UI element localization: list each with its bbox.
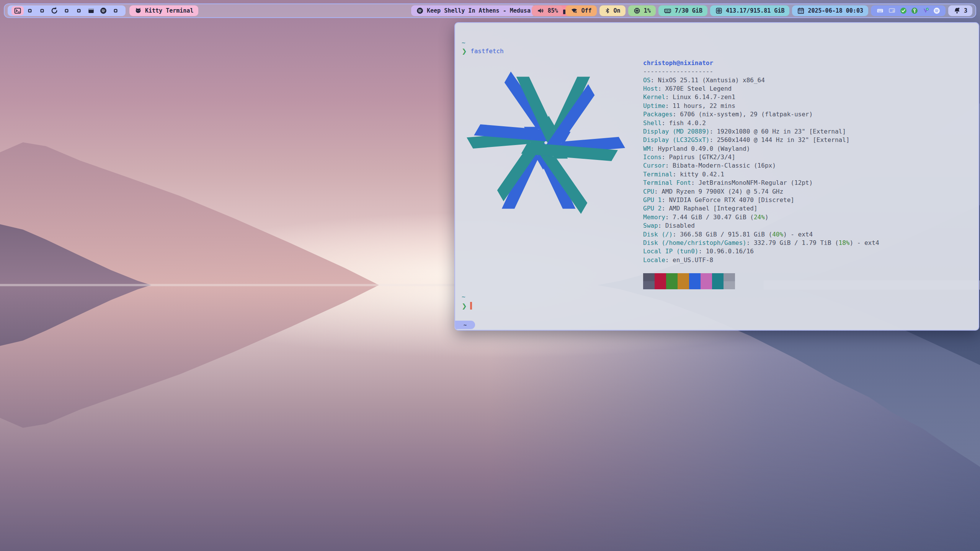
volume-module[interactable]: 85% [532,5,563,16]
prompt-cwd: ~ [462,293,466,300]
fastfetch-entry: Disk (/home/christoph/Games): 332.79 GiB… [643,239,879,248]
network-module[interactable]: Off [565,5,596,16]
palette-swatch [666,273,678,281]
fastfetch-entry: CPU: AMD Ryzen 9 7900X (24) @ 5.74 GHz [643,188,879,196]
fastfetch-output: christoph@nixinator ------------------- … [462,59,971,289]
terminal-tab-bar: ~ [455,320,978,330]
palette-swatch [724,273,735,281]
active-window-button[interactable]: Kitty Terminal [129,5,198,16]
text-cursor [470,302,472,310]
disk-icon [715,7,723,15]
terminal-tab[interactable]: ~ [455,321,475,329]
active-window-label: Kitty Terminal [145,7,193,14]
palette-swatch [701,281,712,289]
command-text: fastfetch [470,47,504,55]
palette-swatch [712,273,724,281]
fastfetch-entry: Host: X670E Steel Legend [643,85,879,93]
memory-module[interactable]: 7/30 GiB [658,5,707,16]
spotify-icon [100,7,107,15]
spotify-light-icon[interactable] [933,7,941,15]
fastfetch-separator: ------------------- [643,68,713,75]
palette-swatch [643,273,655,281]
fastfetch-entry: Display (MD 20889): 1920x1080 @ 60 Hz in… [643,128,879,136]
bluetooth-module[interactable]: On [599,5,626,16]
workspace-4-firefox[interactable] [48,6,60,15]
keyboard-icon[interactable] [876,7,884,14]
prompt-cwd: ~ [462,39,466,46]
system-tray [871,5,946,16]
workspaces-module [8,5,126,16]
palette-swatch [724,281,735,289]
screenshot-icon[interactable] [888,7,896,14]
fastfetch-entry: Memory: 7.44 GiB / 30.47 GiB (24%) [643,214,879,222]
fastfetch-info: christoph@nixinator ------------------- … [643,59,879,289]
now-playing-module[interactable]: Keep Shelly In Athens - Medusa [411,5,536,16]
bar-left-modules: Kitty Terminal [8,5,198,16]
window-icon [87,7,95,14]
square-icon [26,7,33,14]
status-bar: Kitty Terminal Keep Shelly In Athens - M… [4,3,976,18]
calendar-icon [797,7,805,15]
workspace-8-spotify[interactable] [97,6,109,15]
workspace-3-square[interactable] [36,6,48,15]
palette-swatch [678,273,689,281]
fastfetch-title: christoph@nixinator [643,59,713,67]
check-circle-icon[interactable] [900,7,907,15]
fastfetch-entry: Local IP (tun0): 10.96.0.16/16 [643,248,879,256]
cat-icon [134,7,142,15]
wifi-off-icon [570,7,578,15]
terminal-content[interactable]: ~ ❯ fastfetch christoph@nixinator [455,23,978,330]
cpu-chip-icon [633,7,641,15]
workspace-7-window[interactable] [85,6,97,15]
bluetooth-icon [604,7,611,15]
terminal-tab-label: ~ [464,322,467,328]
fastfetch-entry: Terminal: kitty 0.42.1 [643,171,879,179]
speaker-icon [537,7,544,15]
disk-module[interactable]: 413.17/915.81 GiB [710,5,790,16]
fastfetch-entry: Swap: Disabled [643,222,879,230]
palette-swatch [701,273,712,281]
clock-value: 2025-06-18 00:03 [808,7,863,14]
fastfetch-entry: Shell: fish 4.0.2 [643,119,879,128]
fastfetch-entry: WM: Hyprland 0.49.0 (Wayland) [643,145,879,153]
notifications-module[interactable]: 3 [948,5,972,16]
cpu-value: 1% [644,7,651,14]
prompt-symbol: ❯ [462,302,467,310]
terminal-prompt-icon [14,7,21,15]
palette-swatch [643,281,655,289]
fastfetch-entries: OS: NixOS 25.11 (Xantusia) x86_64Host: X… [643,77,879,265]
fastfetch-entry: Icons: Papirus [GTK2/3/4] [643,153,879,162]
volume-value: 85% [547,7,558,14]
workspace-2-square[interactable] [24,6,36,15]
palette-row-1 [643,273,879,281]
vpn-icon[interactable] [922,7,929,15]
square-icon [75,7,82,14]
cpu-module[interactable]: 1% [628,5,656,16]
key-icon[interactable] [911,7,918,15]
workspace-5-square[interactable] [60,6,73,15]
workspace-9-square[interactable] [109,6,122,15]
bell-icon [953,7,961,15]
clock-module[interactable]: 2025-06-18 00:03 [792,5,868,16]
palette-swatch [712,281,724,289]
network-value: Off [581,7,591,14]
prompt-symbol: ❯ [462,47,467,55]
palette-swatch [689,273,701,281]
spotify-icon [416,7,424,15]
fastfetch-entry: GPU 1: NVIDIA GeForce RTX 4070 [Discrete… [643,196,879,205]
fastfetch-entry: GPU 2: AMD Raphael [Integrated] [643,205,879,213]
square-icon [63,7,70,14]
fastfetch-entry: Kernel: Linux 6.14.7-zen1 [643,93,879,102]
bar-right-modules: 85% Off On 1% 7/30 GiB 413.17/915.81 GiB… [532,5,972,16]
palette-swatch [655,281,666,289]
disk-value: 413.17/915.81 GiB [726,7,785,14]
workspace-1-terminal-prompt[interactable] [11,6,24,15]
workspace-6-square[interactable] [73,6,85,15]
square-icon [39,7,46,14]
ram-icon [663,7,672,15]
fastfetch-entry: Disk (/): 366.58 GiB / 915.81 GiB (40%) … [643,231,879,239]
palette-swatch [655,273,666,281]
palette-swatch [666,281,678,289]
fastfetch-entry: Locale: en_US.UTF-8 [643,256,879,265]
palette-swatch [678,281,689,289]
